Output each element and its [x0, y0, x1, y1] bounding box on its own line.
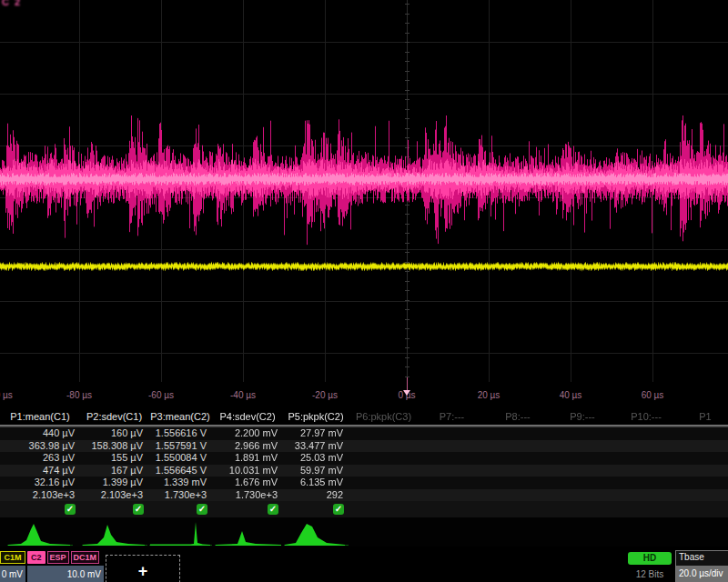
measure-value-cell: 33.477 mV — [283, 440, 349, 453]
measure-value-cell — [349, 427, 419, 440]
coupling-badge[interactable]: DC1M — [71, 551, 100, 564]
table-row: 440 µV160 µV1.556616 V2.200 mV27.97 mV — [0, 427, 728, 440]
measure-value-cell — [551, 427, 614, 440]
measure-header-p4[interactable]: P4:sdev(C2) — [212, 409, 283, 425]
measure-histicon-cell[interactable] — [212, 517, 283, 547]
timebase-descriptor[interactable]: Tbase 20.0 µs/div — [675, 550, 728, 582]
add-trace-button[interactable]: + — [106, 555, 180, 582]
channel-c2-vdiv: 10.0 mV — [27, 566, 104, 582]
histogram-icon[interactable] — [148, 519, 212, 547]
measure-value-cell — [349, 477, 419, 489]
measure-value-cell — [485, 465, 551, 477]
measure-value-cell — [419, 427, 485, 440]
measure-status-cell: ✓ — [80, 501, 148, 517]
measure-value-cell: 167 µV — [80, 465, 148, 477]
measure-value-cell: 27.97 mV — [283, 427, 349, 440]
measure-value-cell — [678, 440, 728, 453]
measure-value-cell — [419, 452, 485, 465]
measure-value-cell — [614, 440, 678, 453]
measure-header-p6[interactable]: P6:pkpk(C3) — [349, 409, 419, 425]
measure-histicon-cell[interactable] — [283, 517, 349, 547]
coupling-badge[interactable]: ESP — [47, 551, 69, 564]
measure-value-cell: 1.550084 V — [148, 452, 212, 465]
measure-value-cell: 1.730e+3 — [212, 489, 283, 502]
channel-c2-descriptor[interactable]: C2 ESPDC1M 10.0 mV — [27, 551, 104, 582]
measure-histicon-cell[interactable] — [148, 517, 212, 547]
measure-value-cell: 474 µV — [0, 465, 80, 477]
trigger-marker-icon[interactable] — [403, 390, 410, 396]
measure-value-cell — [419, 489, 485, 502]
measure-value-cell: 1.556616 V — [148, 427, 212, 440]
measure-value-cell: 1.339 mV — [148, 477, 212, 489]
histogram-icon[interactable] — [283, 519, 349, 547]
measure-value-cell — [678, 452, 728, 465]
histogram-icon[interactable] — [81, 519, 148, 547]
measure-value-cell — [485, 427, 551, 440]
measure-histicon-cell[interactable] — [0, 517, 80, 547]
measure-value-cell — [485, 452, 551, 465]
measure-histicon-cell[interactable] — [80, 517, 148, 547]
channel-c2-label[interactable]: C2 — [27, 551, 46, 564]
measure-value-cell — [485, 489, 551, 502]
measure-value-cell — [551, 489, 614, 502]
channel-c1-label[interactable]: C1M — [0, 551, 25, 564]
measure-value-cell — [551, 465, 614, 477]
measure-value-cell: 1.730e+3 — [148, 489, 212, 502]
measure-status-cell: ✓ — [212, 501, 283, 517]
measure-value-cell — [551, 452, 614, 465]
measure-value-cell — [551, 477, 614, 489]
measure-table: P1:mean(C1)P2:sdev(C1)P3:mean(C2)P4:sdev… — [0, 409, 728, 547]
measure-value-cell: 10.031 mV — [212, 465, 283, 477]
timebase-value: 20.0 µs/div — [676, 566, 728, 582]
measure-value-cell: 1.676 mV — [212, 477, 283, 489]
measure-value-cell: 2.200 mV — [212, 427, 283, 440]
measure-value-cell: 59.97 mV — [283, 465, 349, 477]
measure-value-cell — [349, 489, 419, 502]
measure-value-cell: 25.03 mV — [283, 452, 349, 465]
measure-header-p11[interactable]: P1 — [678, 409, 728, 425]
measure-value-cell — [349, 452, 419, 465]
measure-header-p1[interactable]: P1:mean(C1) — [0, 409, 80, 425]
measure-value-cell: 263 µV — [0, 452, 80, 465]
oscilloscope-screen: C2 -100 µs-80 µs-60 µs-40 µs-20 µs0 µs20… — [0, 0, 728, 582]
time-tick-label: 40 µs — [560, 390, 582, 400]
time-tick-label: 60 µs — [642, 390, 664, 400]
time-tick-label: -80 µs — [66, 390, 92, 400]
histogram-icon[interactable] — [214, 519, 281, 547]
measure-value-cell — [419, 477, 485, 489]
measure-value-cell — [485, 440, 551, 453]
measure-histicon-cell — [485, 517, 551, 547]
measure-header-p10[interactable]: P10:--- — [614, 409, 678, 425]
measure-value-cell: 160 µV — [80, 427, 148, 440]
measure-value-cell: 1.399 µV — [80, 477, 148, 489]
measure-value-cell — [678, 489, 728, 502]
measure-value-cell: 6.135 mV — [283, 477, 349, 489]
channel-c1-descriptor[interactable]: C1M 0 mV — [0, 551, 25, 582]
measure-value-cell — [614, 489, 678, 502]
measure-header-p2[interactable]: P2:sdev(C1) — [80, 409, 148, 425]
measure-value-cell: 2.966 mV — [212, 440, 283, 453]
measure-status-cell — [349, 501, 419, 517]
hd-mode-badge[interactable]: HD — [628, 552, 672, 565]
measure-status-cell: ✓ — [283, 501, 349, 517]
table-row: 2.103e+32.103e+31.730e+31.730e+3292 — [0, 489, 728, 502]
channel-c2-badges: ESPDC1M — [47, 551, 100, 564]
measure-header-p9[interactable]: P9:--- — [551, 409, 614, 425]
status-ok-icon: ✓ — [268, 504, 278, 515]
waveform-display[interactable] — [0, 0, 728, 382]
measure-header-p7[interactable]: P7:--- — [419, 409, 485, 425]
measure-status-cell — [614, 501, 678, 517]
measure-value-cell — [419, 440, 485, 453]
measure-header-p3[interactable]: P3:mean(C2) — [148, 409, 212, 425]
status-ok-icon: ✓ — [197, 504, 207, 515]
time-tick-label: -100 µs — [0, 390, 13, 400]
histogram-icon[interactable] — [6, 519, 74, 547]
measure-header-p5[interactable]: P5:pkpk(C2) — [283, 409, 349, 425]
measure-histicon-cell — [349, 517, 419, 547]
measure-status-cell — [485, 501, 551, 517]
measure-status-cell — [678, 501, 728, 517]
status-ok-icon: ✓ — [133, 504, 144, 515]
time-axis: -100 µs-80 µs-60 µs-40 µs-20 µs0 µs20 µs… — [0, 390, 728, 405]
measure-header-p8[interactable]: P8:--- — [485, 409, 551, 425]
measure-value-cell: 363.98 µV — [0, 440, 80, 453]
